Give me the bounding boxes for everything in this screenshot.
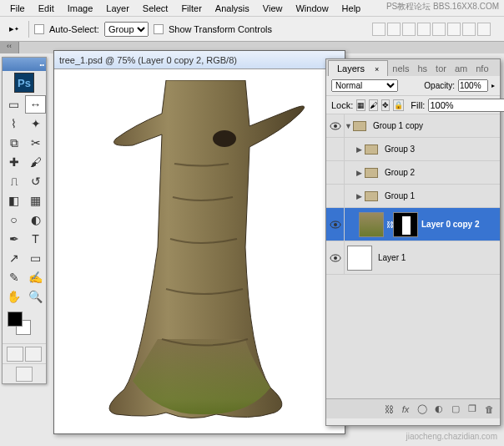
delete-layer-icon[interactable]: 🗑 (483, 403, 495, 415)
layer-thumbnail[interactable] (347, 246, 372, 271)
menu-filter[interactable]: Filter (174, 2, 208, 15)
expand-arrow-icon[interactable]: ▶ (356, 169, 365, 177)
lock-all-icon[interactable]: 🔒 (393, 99, 404, 111)
align-icon[interactable] (432, 23, 446, 36)
visibility-icon[interactable] (330, 254, 341, 262)
expand-arrow-icon[interactable]: ▼ (345, 122, 353, 130)
lasso-tool-icon[interactable]: ⌇ (3, 114, 24, 133)
dodge-tool-icon[interactable]: ◐ (25, 210, 46, 229)
eyedropper-tool-icon[interactable]: ✍ (25, 268, 46, 286)
foreground-color-swatch[interactable] (8, 312, 23, 327)
toolbox-header[interactable]: •• (3, 58, 46, 71)
path-tool-icon[interactable]: ↗ (3, 249, 24, 267)
layer-thumbnail[interactable] (359, 212, 384, 237)
mask-link-icon[interactable]: ⛓ (386, 220, 393, 229)
menu-edit[interactable]: Edit (32, 2, 61, 15)
visibility-icon[interactable] (330, 122, 341, 130)
tab-channels[interactable]: nels (388, 61, 413, 76)
brush-tool-icon[interactable]: 🖌 (25, 153, 46, 171)
layer-name[interactable]: Group 1 (381, 191, 415, 200)
layer-name[interactable]: Group 2 (381, 168, 415, 177)
menu-view[interactable]: View (256, 2, 290, 15)
blend-mode-dropdown[interactable]: Normal (331, 79, 398, 92)
layer-name[interactable]: Layer 1 (375, 253, 406, 262)
layer-group-row[interactable]: ▼ Group 1 copy (326, 114, 500, 138)
lock-pixels-icon[interactable]: 🖌 (369, 99, 378, 111)
document-title[interactable]: tree_1.psd @ 75% (Layer 0 copy 2, RGB/8) (54, 51, 345, 69)
layer-group-row[interactable]: ▶ Group 2 (326, 161, 500, 185)
mask-thumbnail[interactable] (393, 212, 418, 237)
eraser-tool-icon[interactable]: ◧ (3, 191, 24, 210)
lock-transparency-icon[interactable]: ▦ (356, 99, 365, 111)
panel-lock-row: Lock: ▦ 🖌 ✥ 🔒 Fill: ▸ (326, 96, 500, 114)
visibility-icon[interactable] (330, 220, 341, 229)
tab-paths[interactable]: hs (413, 61, 431, 76)
crop-tool-icon[interactable]: ⧉ (3, 134, 24, 152)
slice-tool-icon[interactable]: ✂ (25, 134, 46, 152)
tab-history[interactable]: tor (431, 61, 451, 76)
fill-input[interactable] (428, 99, 504, 112)
layer-row[interactable]: Layer 1 (326, 241, 500, 275)
document-tab[interactable]: ‹‹ (0, 42, 19, 53)
layer-name[interactable]: Group 1 copy (370, 121, 423, 130)
menu-layer[interactable]: Layer (99, 2, 136, 15)
new-group-icon[interactable]: ▢ (450, 403, 461, 415)
layer-group-row[interactable]: ▶ Group 3 (326, 138, 500, 161)
pen-tool-icon[interactable]: ✒ (3, 230, 24, 248)
lock-position-icon[interactable]: ✥ (381, 99, 390, 111)
history-brush-icon[interactable]: ↺ (25, 172, 46, 190)
tab-layers[interactable]: Layers× (328, 60, 388, 76)
show-transform-checkbox[interactable] (154, 24, 164, 34)
align-icon[interactable] (402, 23, 416, 36)
standard-mode-icon[interactable] (7, 347, 23, 362)
workspace: ‹‹ •• Ps ▭ ↔ ⌇ ✦ ⧉ ✂ ✚ 🖌 ⎍ ↺ ◧ ▦ ○ ◐ ✒ T… (0, 42, 504, 446)
hand-tool-icon[interactable]: ✋ (3, 287, 24, 306)
distribute-icon[interactable] (462, 23, 476, 36)
menu-image[interactable]: Image (61, 2, 100, 15)
color-swatches[interactable] (6, 310, 43, 340)
quickmask-row (3, 343, 46, 363)
layer-fx-icon[interactable]: fx (400, 403, 411, 415)
menu-window[interactable]: Window (289, 2, 335, 15)
align-icon[interactable] (447, 23, 461, 36)
align-icon[interactable] (372, 23, 386, 36)
notes-tool-icon[interactable]: ✎ (3, 268, 24, 286)
align-icon[interactable] (387, 23, 401, 36)
heal-tool-icon[interactable]: ✚ (3, 153, 24, 171)
document-canvas[interactable] (54, 69, 345, 433)
move-tool-icon[interactable]: ↔ (25, 95, 46, 114)
gradient-tool-icon[interactable]: ▦ (25, 191, 46, 210)
tab-actions[interactable]: am (451, 61, 471, 76)
marquee-tool-icon[interactable]: ▭ (3, 95, 24, 114)
tab-info[interactable]: nfo (471, 61, 492, 76)
shape-tool-icon[interactable]: ▭ (25, 249, 46, 267)
quickmask-mode-icon[interactable] (25, 347, 42, 362)
expand-arrow-icon[interactable]: ▶ (356, 145, 365, 154)
layer-name[interactable]: Group 3 (381, 144, 415, 154)
layer-name[interactable]: Layer 0 copy 2 (418, 220, 479, 229)
menu-select[interactable]: Select (136, 2, 175, 15)
add-mask-icon[interactable]: ◯ (416, 403, 428, 415)
stamp-tool-icon[interactable]: ⎍ (3, 172, 24, 190)
move-tool-indicator-icon[interactable]: ▸✦ (5, 20, 23, 38)
adjustment-layer-icon[interactable]: ◐ (433, 403, 445, 415)
expand-arrow-icon[interactable]: ▶ (356, 192, 365, 200)
type-tool-icon[interactable]: T (25, 230, 46, 248)
new-layer-icon[interactable]: ❐ (466, 403, 478, 415)
opacity-input[interactable] (458, 79, 488, 92)
auto-select-dropdown[interactable]: Group (104, 22, 149, 37)
distribute-icon[interactable] (477, 23, 491, 36)
layer-row-selected[interactable]: ⛓ Layer 0 copy 2 (326, 208, 500, 241)
layer-group-row[interactable]: ▶ Group 1 (326, 185, 500, 208)
blur-tool-icon[interactable]: ○ (3, 210, 24, 229)
auto-select-checkbox[interactable] (34, 24, 44, 34)
opacity-arrow-icon[interactable]: ▸ (491, 82, 495, 89)
menu-help[interactable]: Help (335, 2, 368, 15)
menu-file[interactable]: File (3, 2, 32, 15)
align-icon[interactable] (417, 23, 431, 36)
link-layers-icon[interactable]: ⛓ (383, 403, 395, 415)
wand-tool-icon[interactable]: ✦ (25, 114, 46, 133)
zoom-tool-icon[interactable]: 🔍 (25, 287, 46, 306)
menu-analysis[interactable]: Analysis (209, 2, 256, 15)
screenmode-icon[interactable] (16, 367, 33, 382)
